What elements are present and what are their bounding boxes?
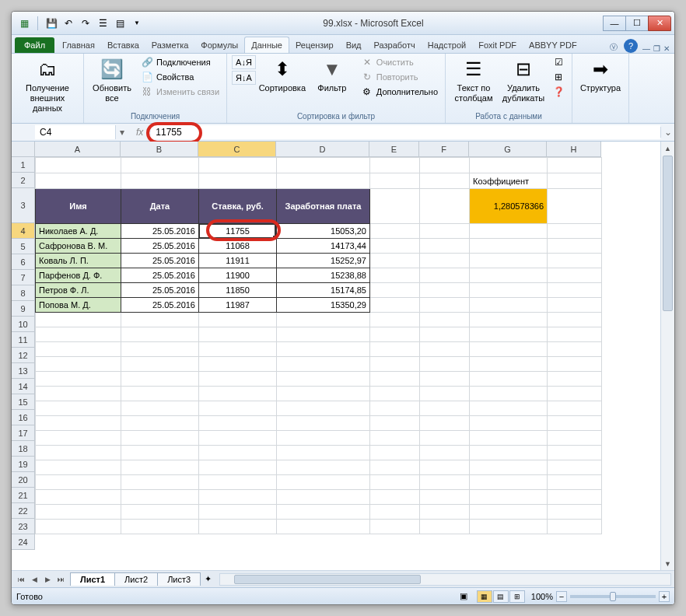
qat-dropdown-icon[interactable]: ▼ [131, 17, 143, 30]
sort-button[interactable]: ⬍ Сортировка [259, 55, 306, 95]
cell-salary[interactable]: 15350,29 [277, 298, 370, 313]
col-header-A[interactable]: A [35, 142, 121, 157]
grid-body[interactable]: Коэффициент Имя Дата Ставка, руб. Зарабо… [35, 157, 602, 570]
undo-icon[interactable]: ↶ [62, 17, 75, 30]
advanced-filter-button[interactable]: ⚙Дополнительно [359, 85, 440, 99]
hscroll-thumb[interactable] [234, 575, 421, 584]
row-header-12[interactable]: 12 [12, 348, 35, 363]
row-header-18[interactable]: 18 [12, 441, 35, 457]
cell-name[interactable]: Николаев А. Д. [36, 224, 121, 239]
header-salary[interactable]: Заработная плата [277, 189, 370, 224]
row-header-23[interactable]: 23 [12, 519, 35, 534]
maximize-button[interactable]: ☐ [625, 16, 649, 31]
sub-close-icon[interactable]: ✕ [663, 44, 670, 53]
tab-formulas[interactable]: Формулы [194, 37, 244, 53]
minimize-button[interactable]: — [603, 16, 626, 31]
horizontal-scrollbar[interactable] [219, 573, 671, 586]
cell-salary[interactable]: 15174,85 [277, 283, 370, 298]
header-name[interactable]: Имя [36, 189, 121, 224]
row-header-19[interactable]: 19 [12, 457, 35, 472]
sheet-tab-3[interactable]: Лист3 [157, 572, 201, 586]
sub-min-icon[interactable]: — [642, 44, 650, 53]
tab-addins[interactable]: Надстрой [422, 37, 472, 53]
col-header-D[interactable]: D [276, 142, 369, 157]
cell-salary[interactable]: 14173,44 [277, 239, 370, 254]
vertical-scrollbar[interactable]: ▲ ▼ [660, 142, 674, 570]
edit-links-button[interactable]: ⛓Изменить связи [138, 85, 222, 99]
cell-salary[interactable]: 15053,20 [277, 224, 370, 239]
row-header-17[interactable]: 17 [12, 425, 35, 441]
page-layout-view-button[interactable]: ▤ [493, 590, 509, 603]
expand-formula-bar-icon[interactable]: ⌄ [660, 127, 674, 138]
row-header-3[interactable]: 3 [12, 188, 35, 223]
sheet-last-icon[interactable]: ⏭ [54, 576, 67, 583]
tab-developer[interactable]: Разработч [368, 37, 422, 53]
cell-name[interactable]: Сафронова В. М. [36, 239, 121, 254]
tab-abbyy[interactable]: ABBYY PDF [523, 37, 583, 53]
tab-data[interactable]: Данные [244, 37, 289, 53]
row-header-22[interactable]: 22 [12, 503, 35, 519]
whatif-button[interactable]: ❓ [550, 85, 567, 99]
cell-rate[interactable]: 11911 [199, 254, 277, 268]
row-header-20[interactable]: 20 [12, 472, 35, 488]
header-rate[interactable]: Ставка, руб. [199, 189, 277, 224]
close-button[interactable]: ✕ [648, 16, 671, 31]
name-box[interactable]: C4 [35, 125, 116, 139]
sort-az-button[interactable]: А↓Я [232, 55, 256, 69]
cell-name[interactable]: Петров Ф. Л. [36, 283, 121, 298]
sheet-next-icon[interactable]: ▶ [41, 576, 54, 583]
refresh-all-button[interactable]: 🔄 Обновить все [89, 55, 135, 105]
scroll-down-icon[interactable]: ▼ [661, 557, 674, 570]
row-header-5[interactable]: 5 [12, 239, 35, 254]
col-header-F[interactable]: F [419, 142, 469, 157]
row-header-8[interactable]: 8 [12, 285, 35, 301]
validation-button[interactable]: ☑ [550, 55, 567, 69]
row-header-7[interactable]: 7 [12, 270, 35, 285]
consolidate-button[interactable]: ⊞ [550, 70, 567, 84]
zoom-in-button[interactable]: + [659, 591, 670, 602]
sheet-tab-1[interactable]: Лист1 [70, 572, 115, 586]
coefficient-label[interactable]: Коэффициент [470, 173, 548, 189]
row-header-24[interactable]: 24 [12, 534, 35, 550]
cell-name[interactable]: Парфенов Д. Ф. [36, 268, 121, 283]
remove-duplicates-button[interactable]: ⊟ Удалить дубликаты [500, 55, 547, 105]
row-header-14[interactable]: 14 [12, 379, 35, 394]
cell-rate[interactable]: 11900 [199, 268, 277, 283]
cell-date[interactable]: 25.05.2016 [121, 224, 199, 239]
cell-rate[interactable]: 11068 [199, 239, 277, 254]
normal-view-button[interactable]: ▦ [477, 590, 492, 603]
row-header-6[interactable]: 6 [12, 254, 35, 270]
tab-foxit[interactable]: Foxit PDF [472, 37, 523, 53]
col-header-G[interactable]: G [469, 142, 547, 157]
sheet-first-icon[interactable]: ⏮ [15, 576, 27, 583]
row-header-9[interactable]: 9 [12, 301, 35, 317]
row-header-10[interactable]: 10 [12, 317, 35, 332]
row-header-16[interactable]: 16 [12, 410, 35, 425]
cell-date[interactable]: 25.05.2016 [121, 254, 199, 268]
row-header-4[interactable]: 4 [12, 223, 35, 239]
row-header-15[interactable]: 15 [12, 394, 35, 410]
col-header-H[interactable]: H [547, 142, 601, 157]
sheet-prev-icon[interactable]: ◀ [28, 576, 40, 583]
cell-rate[interactable]: 11987 [199, 298, 277, 313]
cell-date[interactable]: 25.05.2016 [121, 283, 199, 298]
col-header-C[interactable]: C [198, 142, 276, 157]
tab-layout[interactable]: Разметка [145, 37, 195, 53]
cell-salary[interactable]: 15238,88 [277, 268, 370, 283]
row-header-11[interactable]: 11 [12, 332, 35, 348]
scroll-up-icon[interactable]: ▲ [661, 142, 674, 155]
coefficient-value[interactable]: 1,280578366 [470, 189, 548, 224]
cell-date[interactable]: 25.05.2016 [121, 298, 199, 313]
cell-salary[interactable]: 15252,97 [277, 254, 370, 268]
sub-restore-icon[interactable]: ❐ [653, 44, 660, 53]
select-all-corner[interactable] [12, 142, 35, 157]
header-date[interactable]: Дата [121, 189, 199, 224]
cell-rate[interactable]: 11850 [199, 283, 277, 298]
zoom-handle[interactable] [610, 592, 616, 601]
connections-button[interactable]: 🔗Подключения [138, 55, 222, 69]
clear-filter-button[interactable]: ✕Очистить [359, 55, 440, 69]
ribbon-collapse-icon[interactable]: ⓥ [610, 42, 618, 53]
page-break-view-button[interactable]: ⊞ [509, 590, 525, 603]
macro-icon[interactable]: ▣ [460, 591, 467, 601]
cell-date[interactable]: 25.05.2016 [121, 268, 199, 283]
